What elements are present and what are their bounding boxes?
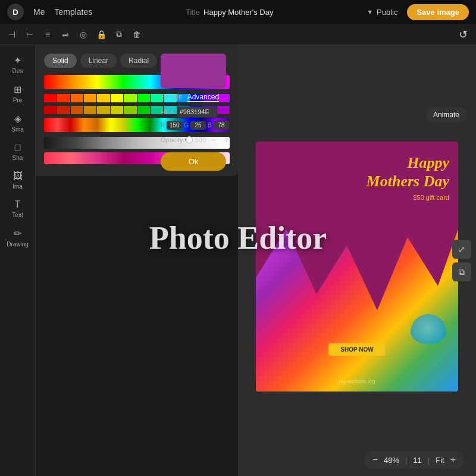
undo-button[interactable]: ↺ (455, 26, 471, 43)
smart-icon: ◈ (14, 113, 21, 124)
canvas-design[interactable]: HappyMothers Day $50 gift card SHOP NOW … (256, 142, 458, 392)
swatch[interactable] (97, 94, 109, 102)
save-button[interactable]: Save image (407, 4, 469, 20)
left-sidebar: ✦ Des ⊞ Pre ◈ Sma □ Sha 🖼 Ima T Text ✏ D… (0, 45, 36, 476)
swatch[interactable] (111, 106, 123, 114)
b-label: B (208, 122, 212, 129)
opacity-label: Opacity (161, 136, 183, 143)
sidebar-label-des: Des (12, 68, 23, 74)
nav-title-value[interactable]: Happy Mother's Day (203, 8, 273, 17)
nav-public-text[interactable]: Public (377, 8, 397, 17)
nav-public-area: ▼ Public (367, 8, 397, 17)
drawing-icon: ✏ (14, 228, 21, 239)
logo-text: D (12, 8, 18, 17)
tab-linear[interactable]: Linear (80, 54, 117, 68)
logo[interactable]: D (7, 4, 24, 20)
opacity-thumb (186, 136, 193, 143)
canvas-shop-button[interactable]: SHOP NOW (328, 343, 385, 356)
canvas-title-text: HappyMothers Day (367, 154, 449, 190)
zoom-percent: 48% (384, 456, 399, 465)
sidebar-label-sma: Sma (11, 126, 24, 133)
simple-advanced-tabs: Simple Advanced (161, 93, 232, 102)
canvas-geo-background (256, 229, 458, 392)
shape-icon: □ (15, 142, 21, 153)
sidebar-label-drawing: Drawing (7, 241, 29, 248)
opacity-plus-button[interactable]: + (221, 134, 232, 145)
sidebar-item-text[interactable]: T Text (3, 196, 33, 222)
duplicate-icon[interactable]: ⧉ (112, 27, 126, 42)
nav-templates[interactable]: Templates (54, 7, 92, 17)
hex-label: HEX (161, 108, 174, 115)
right-actions: ⤢ ⧉ (452, 240, 471, 281)
b-input[interactable] (214, 121, 229, 130)
sidebar-item-smart[interactable]: ◈ Sma (3, 109, 33, 136)
image-icon: 🖼 (13, 171, 23, 181)
expand-button[interactable]: ⤢ (452, 240, 471, 259)
sidebar-label-ima: Ima (12, 183, 23, 190)
sidebar-item-image[interactable]: 🖼 Ima (3, 167, 33, 193)
swatch[interactable] (71, 106, 83, 114)
zoom-fit-button[interactable]: Fit (436, 456, 444, 465)
align-left-icon[interactable]: ⊣ (5, 27, 19, 42)
sidebar-label-pre: Pre (13, 97, 23, 104)
top-nav: D Me Templates Title Happy Mother's Day … (0, 0, 476, 24)
align-right-icon[interactable]: ≡ (40, 27, 55, 42)
sidebar-item-preset[interactable]: ⊞ Pre (3, 80, 33, 107)
tab-solid[interactable]: Solid (44, 54, 77, 68)
swatch[interactable] (44, 106, 57, 114)
opacity-value: 100 (195, 136, 206, 143)
nav-title-label: Title (186, 8, 200, 17)
dropdown-arrow-icon: ▼ (367, 8, 373, 15)
opacity-slider[interactable] (185, 139, 192, 141)
swatch[interactable] (97, 106, 109, 114)
g-label: G (184, 122, 189, 129)
lock-icon[interactable]: 🔒 (94, 27, 108, 42)
tab-radial[interactable]: Radial (120, 54, 157, 68)
swatch[interactable] (124, 106, 136, 114)
cp-right-panel: Simple Advanced HEX R G B Opacity 100 − … (161, 54, 232, 171)
opacity-minus-button[interactable]: − (208, 134, 219, 145)
hex-row: HEX (161, 107, 232, 117)
swatch[interactable] (137, 106, 150, 114)
advanced-tab[interactable]: Advanced (187, 93, 219, 102)
opacity-icon[interactable]: ◎ (76, 27, 90, 42)
zoom-plus-button[interactable]: + (450, 455, 456, 465)
rgba-row: R G B (161, 121, 232, 130)
hex-input[interactable] (177, 107, 217, 117)
sidebar-item-drawing[interactable]: ✏ Drawing (3, 224, 33, 251)
simple-tab[interactable]: Simple (161, 93, 183, 102)
sidebar-item-design[interactable]: ✦ Des (3, 51, 33, 78)
canvas-area: HappyMothers Day $50 gift card SHOP NOW … (238, 45, 476, 476)
swatch[interactable] (57, 94, 70, 102)
swatch-red[interactable] (44, 94, 57, 102)
canvas-gift-text: $50 gift card (413, 194, 449, 201)
bottom-bar: − 48% | 11 | Fit + (364, 451, 464, 469)
swatch[interactable] (124, 94, 136, 102)
color-preview (161, 54, 226, 88)
zoom-minus-button[interactable]: − (372, 455, 378, 465)
g-input[interactable] (190, 121, 206, 130)
nav-title-area: Title Happy Mother's Day (102, 8, 357, 17)
swatch[interactable] (84, 106, 96, 114)
delete-icon[interactable]: 🗑 (130, 27, 144, 42)
swatch[interactable] (111, 94, 123, 102)
r-label: R (161, 122, 165, 129)
swatch[interactable] (71, 94, 83, 102)
animate-button[interactable]: Animate (426, 107, 466, 123)
color-picker-panel: Solid Linear Radial ✕ (36, 45, 238, 176)
design-icon: ✦ (14, 55, 21, 66)
sidebar-item-shape[interactable]: □ Sha (3, 139, 33, 165)
swatch[interactable] (84, 94, 96, 102)
swatch[interactable] (137, 94, 150, 102)
secondary-toolbar: ⊣ ⊢ ≡ ⇌ ◎ 🔒 ⧉ 🗑 ↺ (0, 24, 476, 45)
text-icon: T (15, 199, 21, 210)
flip-icon[interactable]: ⇌ (58, 27, 73, 42)
ok-button[interactable]: Ok (161, 152, 226, 171)
preset-icon: ⊞ (14, 84, 21, 95)
swatch[interactable] (57, 106, 70, 114)
align-center-icon[interactable]: ⊢ (23, 27, 37, 42)
r-input[interactable] (167, 121, 182, 130)
nav-me[interactable]: Me (33, 7, 45, 17)
copy-button[interactable]: ⧉ (452, 262, 471, 281)
canvas-website-text: my-website.org (339, 378, 375, 384)
